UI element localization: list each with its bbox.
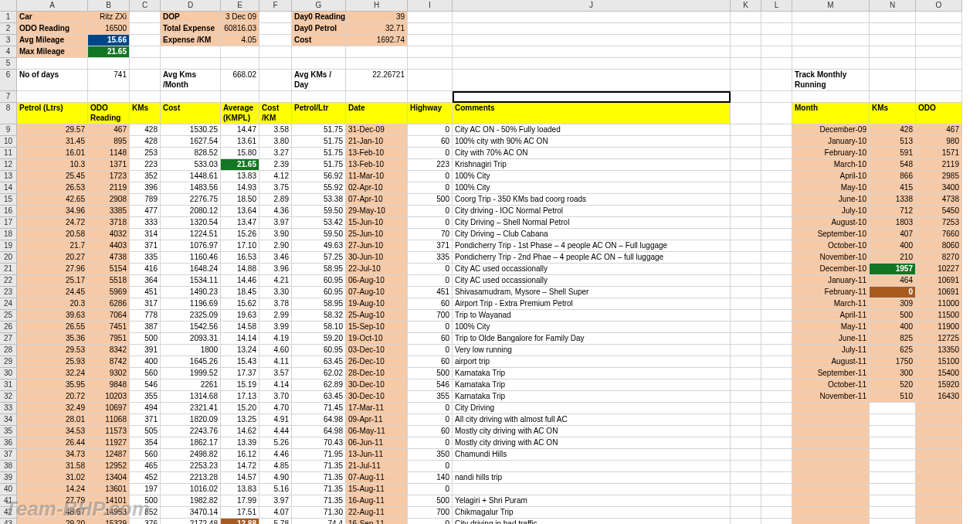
cell[interactable]: 64.98 bbox=[292, 426, 346, 437]
cell[interactable] bbox=[870, 35, 916, 46]
cell[interactable] bbox=[870, 484, 916, 495]
cell[interactable]: 70 bbox=[408, 229, 453, 240]
cell[interactable] bbox=[792, 495, 870, 507]
cell[interactable] bbox=[259, 70, 292, 91]
cell[interactable]: Shivasamudram, Mysore – Shell Super bbox=[453, 287, 731, 298]
cell[interactable]: August-10 bbox=[792, 217, 870, 229]
cell[interactable]: 477 bbox=[130, 206, 161, 217]
cell[interactable] bbox=[408, 46, 453, 58]
cell[interactable]: 59.20 bbox=[292, 333, 346, 345]
cell[interactable]: 19.63 bbox=[221, 310, 259, 322]
cell[interactable]: 1957 bbox=[870, 264, 916, 275]
cell[interactable]: 4.70 bbox=[259, 403, 292, 414]
cell[interactable]: 895 bbox=[88, 136, 130, 148]
cell[interactable]: 51.75 bbox=[292, 159, 346, 171]
cell[interactable]: 2243.76 bbox=[161, 426, 221, 437]
cell[interactable]: October-11 bbox=[792, 379, 870, 391]
cell[interactable]: 13.64 bbox=[221, 206, 259, 217]
cell[interactable] bbox=[221, 91, 259, 103]
cell[interactable]: 15.26 bbox=[221, 229, 259, 240]
row-header[interactable]: 30 bbox=[0, 368, 17, 379]
cell[interactable] bbox=[731, 495, 761, 507]
cell[interactable] bbox=[870, 403, 916, 414]
cell[interactable] bbox=[761, 206, 792, 217]
cell[interactable] bbox=[731, 240, 761, 252]
cell[interactable] bbox=[731, 322, 761, 333]
cell[interactable]: 0 bbox=[870, 287, 916, 298]
cell[interactable] bbox=[731, 426, 761, 437]
cell[interactable]: Trip to Olde Bangalore for Family Day bbox=[453, 333, 731, 345]
cell[interactable]: 8270 bbox=[916, 252, 962, 264]
cell[interactable]: 10691 bbox=[916, 287, 962, 298]
cell[interactable]: 1448.61 bbox=[161, 171, 221, 182]
row-header[interactable]: 16 bbox=[0, 206, 17, 217]
column-label[interactable]: ODO bbox=[916, 103, 962, 124]
cell[interactable]: 3.97 bbox=[259, 495, 292, 507]
cell[interactable]: 60 bbox=[408, 333, 453, 345]
cell[interactable]: June-10 bbox=[792, 194, 870, 206]
cell[interactable]: 5518 bbox=[88, 275, 130, 287]
cell[interactable]: 3.58 bbox=[259, 124, 292, 136]
cell[interactable] bbox=[761, 229, 792, 240]
cell[interactable]: 140 bbox=[408, 472, 453, 484]
cell[interactable] bbox=[130, 12, 161, 23]
column-label[interactable]: Month bbox=[792, 103, 870, 124]
cell[interactable]: 371 bbox=[130, 414, 161, 426]
cell[interactable] bbox=[731, 310, 761, 322]
cell[interactable]: 35.95 bbox=[17, 379, 88, 391]
row-header[interactable]: 11 bbox=[0, 148, 17, 159]
cell[interactable]: 24.45 bbox=[17, 287, 88, 298]
cell[interactable]: 29.57 bbox=[17, 124, 88, 136]
cell[interactable]: 494 bbox=[130, 403, 161, 414]
cell[interactable]: Avg KMs / Day bbox=[292, 70, 346, 91]
cell[interactable] bbox=[761, 298, 792, 310]
cell[interactable]: 31.02 bbox=[17, 472, 88, 484]
cell[interactable]: 2.99 bbox=[259, 310, 292, 322]
cell[interactable] bbox=[731, 124, 761, 136]
cell[interactable]: 2119 bbox=[88, 182, 130, 194]
row-header[interactable]: 27 bbox=[0, 333, 17, 345]
cell[interactable]: 15.62 bbox=[221, 298, 259, 310]
cell[interactable]: 71.95 bbox=[292, 449, 346, 461]
cell[interactable]: 25.17 bbox=[17, 275, 88, 287]
cell[interactable]: 1982.82 bbox=[161, 495, 221, 507]
cell[interactable]: 980 bbox=[916, 136, 962, 148]
cell[interactable]: 2985 bbox=[916, 171, 962, 182]
cell[interactable] bbox=[792, 507, 870, 519]
col-header-D[interactable]: D bbox=[161, 0, 221, 12]
cell[interactable]: 400 bbox=[870, 322, 916, 333]
cell[interactable]: 39 bbox=[346, 12, 408, 23]
cell[interactable]: 20.27 bbox=[17, 252, 88, 264]
cell[interactable] bbox=[792, 472, 870, 484]
cell[interactable]: Car bbox=[17, 12, 88, 23]
cell[interactable]: 26.53 bbox=[17, 182, 88, 194]
row-header[interactable]: 35 bbox=[0, 426, 17, 437]
cell[interactable] bbox=[916, 461, 962, 472]
cell[interactable] bbox=[916, 46, 962, 58]
row-header[interactable]: 29 bbox=[0, 356, 17, 368]
row-header[interactable]: 14 bbox=[0, 182, 17, 194]
cell[interactable]: 20.3 bbox=[17, 298, 88, 310]
cell[interactable]: 14.14 bbox=[221, 333, 259, 345]
cell[interactable]: 1542.56 bbox=[161, 322, 221, 333]
cell[interactable]: 387 bbox=[130, 322, 161, 333]
cell[interactable] bbox=[731, 12, 761, 23]
cell[interactable]: 309 bbox=[870, 298, 916, 310]
cell[interactable]: 15.19 bbox=[221, 379, 259, 391]
row-header[interactable]: 33 bbox=[0, 403, 17, 414]
cell[interactable]: March-10 bbox=[792, 159, 870, 171]
cell[interactable]: April-10 bbox=[792, 171, 870, 182]
cell[interactable]: 1483.56 bbox=[161, 182, 221, 194]
cell[interactable]: 26-Dec-10 bbox=[346, 356, 408, 368]
cell[interactable]: 34.53 bbox=[17, 426, 88, 437]
cell[interactable]: 546 bbox=[408, 379, 453, 391]
cell[interactable]: 513 bbox=[870, 136, 916, 148]
cell[interactable]: 4.85 bbox=[259, 461, 292, 472]
cell[interactable]: 3718 bbox=[88, 217, 130, 229]
cell[interactable] bbox=[761, 356, 792, 368]
cell[interactable]: 58.95 bbox=[292, 264, 346, 275]
cell[interactable]: 4.07 bbox=[259, 507, 292, 519]
cell[interactable]: 15-Sep-10 bbox=[346, 322, 408, 333]
cell[interactable] bbox=[792, 437, 870, 449]
cell[interactable]: 14.58 bbox=[221, 322, 259, 333]
